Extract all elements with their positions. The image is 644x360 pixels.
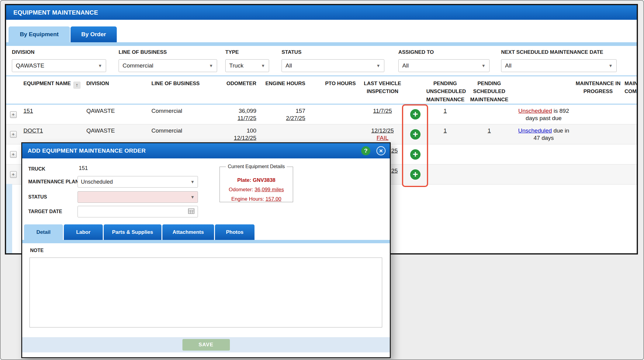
add-equipment-maintenance-order-modal: ADD EQUIPMENT MAINTENANCE ORDER ? × TRUC…: [21, 142, 391, 358]
header-pending-unscheduled[interactable]: PENDING UNSCHEDULED MAINTENANCE: [426, 77, 465, 104]
engine-hours-date-link[interactable]: 2/27/25: [261, 115, 305, 122]
cell-maintenance-in-progress: [573, 104, 623, 124]
filter-status-label: STATUS: [282, 49, 384, 55]
header-equipment-name[interactable]: EQUIPMENT NAME↑: [20, 77, 83, 104]
odometer-value-link[interactable]: 36,099 miles: [254, 187, 284, 192]
type-select[interactable]: Truck ▼: [225, 59, 269, 72]
add-maintenance-order-button[interactable]: +: [410, 149, 421, 160]
pending-unscheduled-link[interactable]: 1: [444, 127, 447, 134]
cell-pending-scheduled: 1: [465, 124, 514, 144]
filter-type-label: TYPE: [225, 49, 269, 55]
pending-unscheduled-link[interactable]: 1: [444, 108, 447, 114]
chevron-down-icon: ▼: [261, 63, 265, 68]
inspection-fail-link[interactable]: FAIL: [360, 134, 405, 142]
calendar-icon[interactable]: [188, 208, 195, 216]
header-add-order: [405, 77, 426, 104]
last-inspection-link[interactable]: 12/12/25: [371, 127, 394, 134]
equipment-details-legend: Current Equipment Details: [226, 164, 287, 169]
modal-tab-parts-supplies[interactable]: Parts & Supplies: [104, 224, 161, 240]
line-of-business-select[interactable]: Commercial ▼: [119, 59, 217, 72]
odometer-date-link[interactable]: 11/7/25: [206, 115, 256, 122]
save-button[interactable]: SAVE: [182, 339, 230, 351]
odometer-value: 100: [247, 127, 256, 134]
table-header-row: EQUIPMENT NAME↑ DIVISION LINE OF BUSINES…: [6, 77, 637, 104]
last-inspection-link[interactable]: 25: [391, 147, 398, 154]
status-unscheduled-link[interactable]: Unscheduled: [518, 127, 552, 134]
expand-row-icon[interactable]: +: [10, 151, 17, 158]
help-icon[interactable]: ?: [361, 146, 370, 155]
chevron-down-icon: ▼: [209, 63, 213, 68]
expand-row-icon[interactable]: +: [10, 111, 17, 118]
odometer-date-link[interactable]: 12/12/25: [206, 134, 256, 142]
modal-title: ADD EQUIPMENT MAINTENANCE ORDER: [28, 147, 146, 154]
cell-line-of-business: Commercial: [142, 104, 206, 124]
status-unscheduled-link[interactable]: Unscheduled: [518, 108, 552, 114]
expand-row-icon[interactable]: +: [10, 131, 17, 138]
cell-maintenance-status: Unscheduled is 892 days past due: [514, 104, 573, 124]
sort-ascending-icon[interactable]: ↑: [73, 81, 81, 89]
header-last-vehicle-inspection[interactable]: LAST VEHICLE INSPECTION: [360, 77, 405, 104]
header-maintenance-in-progress[interactable]: MAINTENANCE IN PROGRESS: [573, 77, 623, 104]
cell-maintenance-status: Unscheduled due in 47 days: [514, 124, 573, 144]
engine-hours-label: Engine Hours:: [231, 196, 264, 202]
header-pto-hours[interactable]: PTO HOURS: [311, 77, 360, 104]
pending-scheduled-link[interactable]: 1: [488, 127, 491, 134]
cell-pto-hours: [311, 124, 360, 144]
plate-label: Plate:: [237, 177, 251, 183]
header-division[interactable]: DIVISION: [83, 77, 142, 104]
equipment-name-link[interactable]: 151: [23, 108, 33, 114]
filter-lob-label: LINE OF BUSINESS: [119, 49, 217, 55]
maintenance-plan-label: MAINTENANCE PLAN: [28, 179, 79, 185]
note-textarea[interactable]: [29, 258, 382, 327]
note-label: NOTE: [30, 248, 43, 253]
last-inspection-link[interactable]: 11/7/25: [373, 108, 392, 114]
header-maintenance-completed-clipped[interactable]: MAIN COM: [623, 77, 637, 104]
modal-titlebar: ADD EQUIPMENT MAINTENANCE ORDER: [22, 143, 390, 158]
assigned-to-selected-value: All: [402, 62, 409, 69]
add-maintenance-order-button[interactable]: +: [410, 129, 421, 140]
close-icon[interactable]: ×: [376, 146, 386, 155]
modal-tab-photos[interactable]: Photos: [215, 224, 254, 240]
add-maintenance-order-button[interactable]: +: [410, 109, 421, 119]
modal-tab-attachments[interactable]: Attachments: [162, 224, 214, 240]
header-odometer[interactable]: ODOMETER: [206, 77, 261, 104]
target-date-input[interactable]: [78, 206, 198, 217]
filter-type: TYPE Truck ▼: [225, 49, 269, 72]
assigned-to-select[interactable]: All ▼: [398, 59, 490, 72]
header-pending-scheduled[interactable]: PENDING SCHEDULED MAINTENANCE: [465, 77, 514, 104]
filter-next-scheduled-date: NEXT SCHEDULED MAINTENANCE DATE All ▼: [501, 49, 617, 72]
status-select[interactable]: All ▼: [282, 59, 384, 72]
header-maintenance-status: [514, 77, 573, 104]
truck-value: 151: [79, 165, 88, 171]
equipment-name-link[interactable]: DOCT1: [23, 127, 43, 134]
cell-engine-hours: 157 2/27/25: [261, 104, 311, 124]
cell-maintenance-in-progress: [573, 124, 623, 144]
cell-odometer: 100 12/12/25: [206, 124, 261, 144]
header-engine-hours[interactable]: ENGINE HOURS: [261, 77, 311, 104]
odometer-value: 36,099: [239, 108, 256, 114]
tab-by-equipment[interactable]: By Equipment: [9, 26, 70, 42]
header-expand: [6, 77, 20, 104]
chevron-down-icon: ▼: [376, 63, 380, 68]
header-line-of-business[interactable]: LINE OF BUSINESS: [142, 77, 206, 104]
cell-division: QAWASTE: [83, 104, 142, 124]
modal-tab-detail[interactable]: Detail: [24, 224, 63, 240]
cell-pending-unscheduled: 1: [426, 124, 465, 144]
cell-pending-scheduled: [465, 104, 514, 124]
modal-tab-labor[interactable]: Labor: [64, 224, 103, 240]
next-scheduled-date-select[interactable]: All ▼: [501, 59, 617, 72]
equipment-row-151: + 151 QAWASTE Commercial 36,099 11/7/25 …: [6, 104, 637, 124]
cell-division: QAWASTE: [83, 124, 142, 144]
truck-label: TRUCK: [28, 166, 45, 172]
filter-assigned-to: ASSIGNED TO All ▼: [398, 49, 490, 72]
engine-hours-value-link[interactable]: 157.00: [265, 196, 281, 202]
tab-by-order[interactable]: By Order: [71, 26, 117, 42]
expand-row-icon[interactable]: +: [10, 171, 17, 178]
status-selected-value: All: [286, 62, 292, 69]
maintenance-plan-select[interactable]: Unscheduled ▼: [78, 176, 198, 188]
last-inspection-link[interactable]: 25: [391, 168, 398, 174]
add-maintenance-order-button[interactable]: +: [410, 169, 421, 180]
division-select[interactable]: QAWASTE ▼: [12, 59, 106, 72]
cell-maintenance-completed: [623, 124, 637, 144]
status-select[interactable]: ▼: [78, 191, 198, 203]
